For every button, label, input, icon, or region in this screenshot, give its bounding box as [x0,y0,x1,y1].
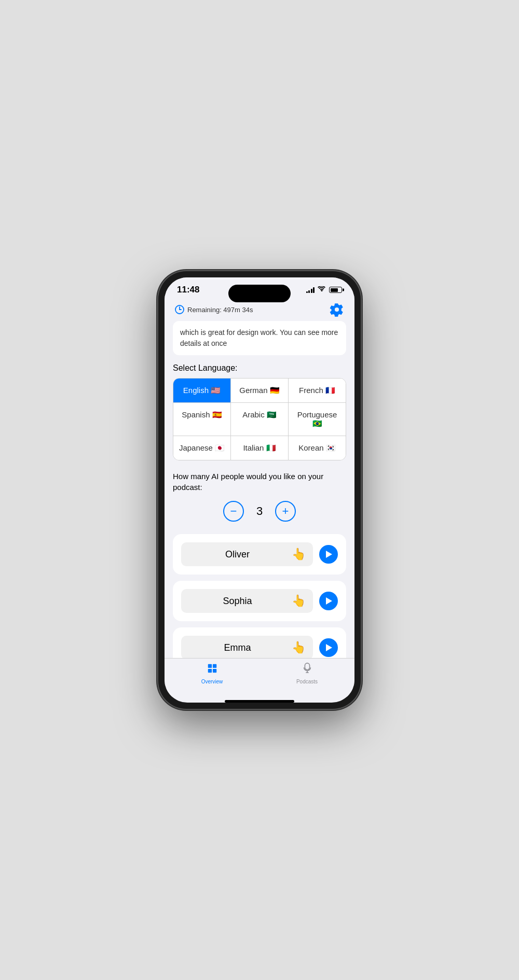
bottom-nav: Overview Podcasts [165,658,354,697]
language-option-arabic[interactable]: Arabic 🇸🇦 [231,403,289,436]
signal-bar-4 [313,287,315,293]
language-row-1: English 🇺🇸 German 🇩🇪 French 🇫🇷 [173,379,346,403]
status-icons [306,286,343,294]
nav-label-overview: Overview [201,679,223,684]
phone-frame: 11:48 [158,271,361,709]
language-section-label: Select Language: [173,363,346,373]
play-button-oliver[interactable] [319,545,338,564]
voice-name-oliver: Oliver [188,549,286,560]
play-triangle-oliver [326,551,332,558]
hand-icon-sophia: 👆 [292,594,306,608]
wifi-icon [318,286,326,294]
signal-bar-1 [306,291,308,293]
language-row-2: Spanish 🇪🇸 Arabic 🇸🇦 Portuguese 🇧🇷 [173,403,346,436]
podcasts-icon [302,663,313,677]
language-option-portuguese[interactable]: Portuguese 🇧🇷 [289,403,346,436]
settings-icon[interactable] [330,302,344,317]
timer-text: Remaining: 497m 34s [187,306,253,314]
language-row-3: Japanese 🇯🇵 Italian 🇮🇹 Korean 🇰🇷 [173,436,346,460]
language-option-spanish[interactable]: Spanish 🇪🇸 [173,403,231,436]
language-option-french[interactable]: French 🇫🇷 [289,379,346,402]
language-grid: English 🇺🇸 German 🇩🇪 French 🇫🇷 Spanish 🇪… [173,378,346,460]
signal-bar-2 [308,290,310,293]
description-text: which is great for design work. You can … [180,327,339,349]
nav-label-podcasts: Podcasts [296,679,318,684]
increment-button[interactable]: + [275,501,296,522]
nav-item-overview[interactable]: Overview [165,663,260,684]
svg-rect-3 [208,664,211,668]
play-triangle-emma [326,644,332,651]
voice-card-oliver: Oliver 👆 [173,534,346,575]
voice-card-sophia: Sophia 👆 [173,581,346,621]
language-option-korean[interactable]: Korean 🇰🇷 [289,436,346,460]
play-triangle-sophia [326,597,332,605]
language-option-italian[interactable]: Italian 🇮🇹 [231,436,289,460]
language-option-english[interactable]: English 🇺🇸 [173,379,231,402]
battery-fill [331,288,338,292]
home-indicator [225,700,294,703]
svg-rect-6 [212,669,216,673]
overview-icon [207,663,218,677]
signal-bar-3 [311,289,312,293]
voice-name-area-oliver: Oliver 👆 [181,542,313,566]
voice-card-emma: Emma 👆 [173,627,346,658]
stepper-value: 3 [254,505,265,518]
hand-icon-emma: 👆 [292,641,306,654]
voice-name-sophia: Sophia [188,596,286,607]
signal-bars-icon [306,287,315,293]
top-bar: Remaining: 497m 34s [165,299,354,321]
battery-icon [329,287,342,293]
dynamic-island [228,285,291,302]
play-button-emma[interactable] [319,638,338,657]
timer-section: Remaining: 497m 34s [175,305,253,314]
people-question-text: How many AI people would you like on you… [173,471,346,493]
stepper-row: − 3 + [173,501,346,522]
hand-icon-oliver: 👆 [292,548,306,561]
language-option-german[interactable]: German 🇩🇪 [231,379,289,402]
svg-rect-4 [212,664,216,668]
play-button-sophia[interactable] [319,592,338,610]
svg-rect-5 [208,669,211,673]
description-box: which is great for design work. You can … [173,321,346,355]
clock-icon [175,305,184,314]
status-time: 11:48 [177,285,199,295]
voice-name-emma: Emma [188,642,286,653]
scroll-content[interactable]: which is great for design work. You can … [165,321,354,658]
decrement-button[interactable]: − [223,501,244,522]
language-option-japanese[interactable]: Japanese 🇯🇵 [173,436,231,460]
phone-screen: 11:48 [165,277,354,703]
voice-name-area-sophia: Sophia 👆 [181,589,313,613]
voice-name-area-emma: Emma 👆 [181,636,313,658]
nav-item-podcasts[interactable]: Podcasts [260,663,354,684]
